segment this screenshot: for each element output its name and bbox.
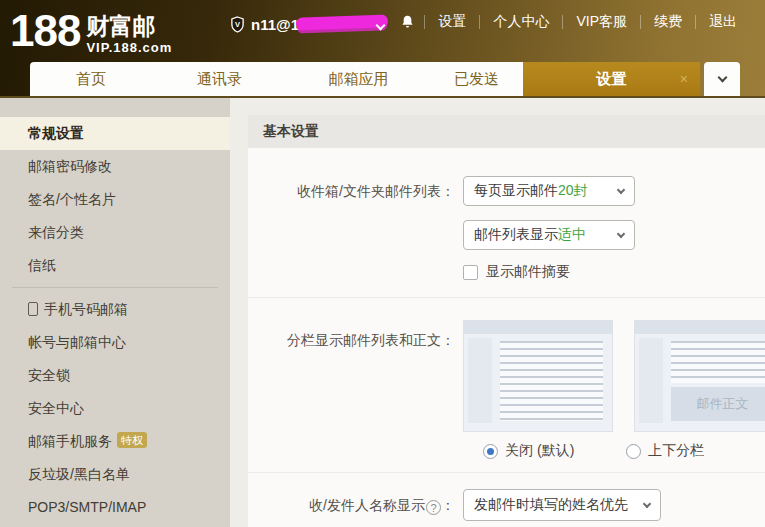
top-header: 188 财富邮 VIP.188.com V n11@1 <box>0 0 765 98</box>
menu-vip-service[interactable]: VIP客服 <box>576 13 627 31</box>
brand-domain: VIP.188.com <box>86 40 172 55</box>
phone-icon <box>28 302 38 316</box>
sidebar-item-stationery[interactable]: 信纸 <box>0 249 230 282</box>
brand-stack: 财富邮 VIP.188.com <box>86 8 172 55</box>
density-value: 适中 <box>558 226 586 242</box>
sidebar-item-mobile-service[interactable]: 邮箱手机服务特权 <box>0 425 230 458</box>
menu-personal-center[interactable]: 个人中心 <box>493 13 549 31</box>
sidebar-item-phone-number-mailbox[interactable]: 手机号码邮箱 <box>0 293 230 326</box>
settings-main: 基本设置 收件箱/文件夹邮件列表： 每页显示邮件20封 邮件列表显示适中 <box>248 115 765 527</box>
radio-group-off: 关闭 (默认) <box>483 442 574 460</box>
per-page-value: 20封 <box>558 182 588 198</box>
sidebar-item-incoming-classification[interactable]: 来信分类 <box>0 216 230 249</box>
split-radio-row: 关闭 (默认) 上下分栏 <box>463 442 765 460</box>
inbox-list-row: 收件箱/文件夹邮件列表： 每页显示邮件20封 邮件列表显示适中 显示邮件摘要 <box>248 148 765 298</box>
radio-off[interactable] <box>483 444 498 459</box>
show-summary-label[interactable]: 显示邮件摘要 <box>486 263 570 281</box>
sidebar-item-security-center[interactable]: 安全中心 <box>0 392 230 425</box>
tab-mail-apps[interactable]: 邮箱应用 <box>287 62 430 96</box>
radio-split-label[interactable]: 上下分栏 <box>648 442 704 460</box>
name-display-value: 发邮件时填写的姓名优先 <box>474 496 628 514</box>
preview-mail-list <box>500 341 603 421</box>
name-display-label: 收/发件人名称显示?： <box>248 489 455 521</box>
inbox-list-fields: 每页显示邮件20封 邮件列表显示适中 显示邮件摘要 <box>463 176 635 281</box>
name-display-dropdown[interactable]: 发邮件时填写的姓名优先 <box>463 489 661 521</box>
tab-overflow-button[interactable] <box>704 62 740 96</box>
help-icon[interactable]: ? <box>426 500 441 515</box>
inbox-list-label: 收件箱/文件夹邮件列表： <box>248 176 455 281</box>
split-view-fields: 邮件正文 关闭 (默认) 上下分栏 <box>463 320 765 460</box>
menu-settings[interactable]: 设置 <box>438 13 466 31</box>
sidebar-divider <box>12 287 218 288</box>
name-display-row: 收/发件人名称显示?： 发邮件时填写的姓名优先 <box>248 473 765 527</box>
brand-name: 财富邮 <box>86 14 172 38</box>
chevron-down-icon <box>643 499 651 507</box>
sidebar-item-security-lock[interactable]: 安全锁 <box>0 359 230 392</box>
preview-toolbar <box>635 321 765 334</box>
sidebar-item-general-settings[interactable]: 常规设置 <box>0 117 230 150</box>
split-view-row: 分栏显示邮件列表和正文： 邮件正文 <box>248 298 765 473</box>
preview-no-split[interactable] <box>463 320 613 432</box>
vip-shield-icon: V <box>230 16 245 33</box>
tab-close-icon[interactable]: × <box>680 62 688 96</box>
section-title: 基本设置 <box>248 115 765 148</box>
preview-mail-body: 邮件正文 <box>671 387 765 421</box>
radio-off-label[interactable]: 关闭 <box>505 442 533 460</box>
sidebar-item-label: 邮箱手机服务 <box>28 433 112 449</box>
chevron-down-icon <box>617 185 625 193</box>
menu-separator <box>424 15 425 29</box>
menu-separator <box>695 15 696 29</box>
settings-sidebar: 常规设置 邮箱密码修改 签名/个性名片 来信分类 信纸 手机号码邮箱 帐号与邮箱… <box>0 98 230 527</box>
tab-sent[interactable]: 已发送 <box>430 62 523 96</box>
email-redaction <box>296 14 388 30</box>
name-display-fields: 发邮件时填写的姓名优先 <box>463 489 661 521</box>
preview-folder-pane <box>468 338 492 423</box>
chevron-down-icon <box>617 229 625 237</box>
name-display-text: 收/发件人名称显示 <box>309 497 425 513</box>
sidebar-item-antispam[interactable]: 反垃圾/黑白名单 <box>0 458 230 491</box>
sidebar-item-account-center[interactable]: 帐号与邮箱中心 <box>0 326 230 359</box>
preview-folder-pane <box>639 338 663 423</box>
show-summary-checkbox[interactable] <box>463 265 478 280</box>
user-email: n11@1 <box>251 16 299 33</box>
radio-off-default-suffix: (默认) <box>537 442 574 460</box>
menu-separator <box>479 15 480 29</box>
privilege-badge: 特权 <box>117 432 147 448</box>
preview-vertical-split[interactable]: 邮件正文 <box>634 320 765 432</box>
radio-group-split: 上下分栏 <box>626 442 704 460</box>
name-display-colon: ： <box>441 497 455 513</box>
menu-renew[interactable]: 续费 <box>654 13 682 31</box>
density-text: 邮件列表显示适中 <box>474 226 586 244</box>
brand-logo[interactable]: 188 财富邮 VIP.188.com <box>10 8 172 55</box>
tab-home[interactable]: 首页 <box>30 62 152 96</box>
brand-number: 188 <box>10 8 80 54</box>
menu-logout[interactable]: 退出 <box>709 13 737 31</box>
menu-separator <box>640 15 641 29</box>
sidebar-item-password-change[interactable]: 邮箱密码修改 <box>0 150 230 183</box>
tab-settings-active[interactable]: 设置 × <box>523 62 700 96</box>
density-prefix: 邮件列表显示 <box>474 226 558 242</box>
sidebar-item-pop3-smtp-imap[interactable]: POP3/SMTP/IMAP <box>0 491 230 524</box>
preview-toolbar <box>464 321 612 334</box>
settings-form: 收件箱/文件夹邮件列表： 每页显示邮件20封 邮件列表显示适中 显示邮件摘要 <box>248 148 765 527</box>
sidebar-item-label: 手机号码邮箱 <box>44 301 128 317</box>
svg-text:V: V <box>235 19 240 28</box>
user-account-area[interactable]: V n11@1 <box>230 14 415 34</box>
mail-settings-page: 188 财富邮 VIP.188.com V n11@1 <box>0 0 765 527</box>
split-view-label: 分栏显示邮件列表和正文： <box>248 320 455 460</box>
preview-mail-list <box>671 341 765 383</box>
tab-bar: 首页 通讯录 邮箱应用 已发送 设置 × <box>30 62 740 96</box>
list-density-dropdown[interactable]: 邮件列表显示适中 <box>463 220 635 250</box>
per-page-text: 每页显示邮件20封 <box>474 182 588 200</box>
menu-separator <box>562 15 563 29</box>
tab-settings-label: 设置 <box>597 70 627 87</box>
summary-checkbox-row: 显示邮件摘要 <box>463 263 635 281</box>
sidebar-item-signature[interactable]: 签名/个性名片 <box>0 183 230 216</box>
radio-vertical-split[interactable] <box>626 444 641 459</box>
chevron-down-icon <box>717 73 727 83</box>
per-page-dropdown[interactable]: 每页显示邮件20封 <box>463 176 635 206</box>
top-menu: 设置 个人中心 VIP客服 续费 退出 <box>411 13 737 31</box>
tab-contacts[interactable]: 通讯录 <box>152 62 287 96</box>
per-page-prefix: 每页显示邮件 <box>474 182 558 198</box>
split-previews: 邮件正文 <box>463 320 765 432</box>
